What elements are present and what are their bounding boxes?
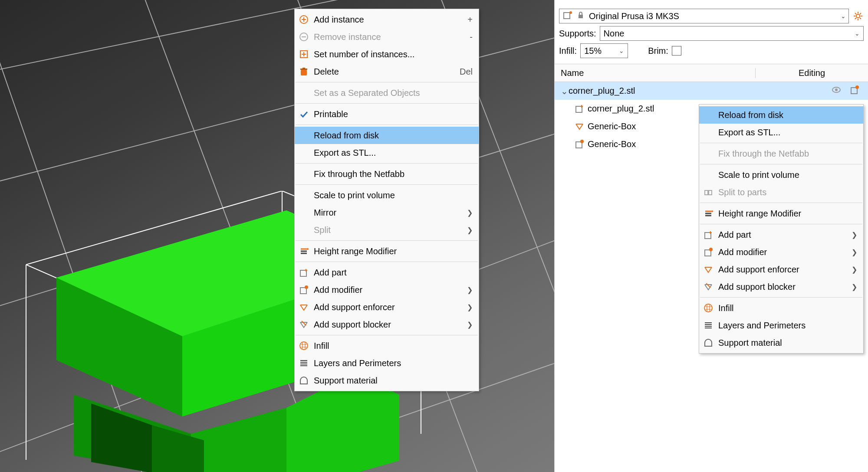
menu-support-material[interactable]: Support material (295, 372, 479, 389)
menu-label: Fix through the Netfabb (718, 149, 857, 159)
modifier-badge-icon (850, 85, 859, 97)
menu-add-instance[interactable]: Add instance + (295, 11, 479, 28)
menu-label: Split to parts (718, 187, 857, 197)
menu-separator (296, 125, 478, 125)
infill-label: Infill: (559, 46, 577, 56)
infill-select[interactable]: 15% ⌄ (580, 43, 628, 58)
menu-add-modifier[interactable]: Add modifier ❯ (295, 281, 479, 298)
menu-add-part[interactable]: Add part (295, 264, 479, 281)
brim-label: Brim: (648, 46, 668, 56)
menu-separator (700, 203, 862, 203)
menu-label: Add instance (314, 15, 450, 25)
split-icon (703, 187, 714, 198)
svg-line-54 (538, 0, 554, 472)
menu-label: Add support enforcer (314, 302, 450, 312)
supports-value: None (604, 29, 625, 39)
menu-add-support-enforcer[interactable]: Add support enforcer ❯ (295, 298, 479, 316)
add-modifier-icon (703, 246, 714, 258)
menu-fix-netfabb[interactable]: Fix through the Netfabb (295, 165, 479, 183)
menu-infill[interactable]: Infill (699, 299, 863, 317)
submenu-arrow-icon: ❯ (852, 266, 857, 274)
menu-add-support-blocker[interactable]: Add support blocker ❯ (295, 316, 479, 333)
menu-separator (296, 335, 478, 335)
minus-circle-icon (298, 31, 309, 43)
chevron-down-icon: ⌄ (841, 13, 846, 20)
menu-reload-from-disk[interactable]: Reload from disk (295, 127, 479, 144)
support-blocker-icon (703, 281, 714, 292)
tree-item-label: corner_plug_2.stl (569, 86, 635, 96)
menu-label: Printable (314, 109, 473, 119)
menu-split-to-parts: Split to parts (699, 184, 863, 201)
menu-label: Mirror (314, 208, 450, 218)
menu-label: Add part (718, 230, 834, 240)
add-part-icon (298, 267, 309, 278)
menu-label: Infill (718, 303, 857, 313)
printer-selected-value: Original Prusa i3 MK3S (589, 11, 679, 21)
preset-icon (563, 10, 572, 22)
add-modifier-icon (298, 284, 309, 295)
collapse-caret-icon[interactable]: ⌄ (560, 86, 569, 96)
visibility-icon[interactable] (832, 85, 841, 97)
infill-value: 15% (584, 46, 602, 56)
menu-separator (700, 297, 862, 298)
menu-label: Export as STL... (314, 148, 473, 158)
menu-label: Add modifier (718, 247, 834, 257)
menu-separator (296, 184, 478, 185)
menu-label: Split (314, 225, 450, 235)
supports-select[interactable]: None ⌄ (600, 26, 864, 41)
menu-label: Export as STL... (718, 128, 857, 138)
menu-label: Add part (314, 268, 473, 278)
check-icon (298, 108, 309, 120)
menu-height-range-modifier[interactable]: Height range Modifier (295, 243, 479, 260)
menu-label: Scale to print volume (718, 170, 857, 180)
menu-scale-to-volume[interactable]: Scale to print volume (295, 187, 479, 204)
menu-label: Add modifier (314, 285, 450, 295)
menu-height-range-modifier[interactable]: Height range Modifier (699, 205, 863, 222)
tree-item-label: Generic-Box (588, 139, 636, 149)
tree-context-menu: Reload from disk Export as STL... Fix th… (699, 104, 864, 354)
menu-label: Height range Modifier (718, 209, 857, 219)
menu-remove-instance: Remove instance - (295, 28, 479, 46)
support-material-icon (298, 375, 309, 386)
menu-label: Remove instance (314, 32, 452, 42)
menu-separator (296, 103, 478, 104)
layers-icon (298, 357, 309, 369)
menu-add-support-blocker[interactable]: Add support blocker ❯ (699, 278, 863, 295)
layers-icon (703, 320, 714, 331)
menu-label: Reload from disk (314, 131, 473, 141)
menu-add-support-enforcer[interactable]: Add support enforcer ❯ (699, 261, 863, 278)
menu-add-modifier[interactable]: Add modifier ❯ (699, 243, 863, 261)
menu-set-instances[interactable]: Set number of instances... (295, 46, 479, 63)
menu-support-material[interactable]: Support material (699, 334, 863, 351)
support-enforcer-icon (298, 302, 309, 313)
menu-infill[interactable]: Infill (295, 337, 479, 354)
menu-add-part[interactable]: Add part ❯ (699, 226, 863, 243)
modifier-icon (575, 139, 585, 150)
menu-export-stl[interactable]: Export as STL... (699, 124, 863, 141)
menu-reload-from-disk[interactable]: Reload from disk (699, 106, 863, 124)
brim-checkbox[interactable] (672, 46, 681, 56)
menu-scale-to-volume[interactable]: Scale to print volume (699, 166, 863, 184)
object-context-menu: Add instance + Remove instance - Set num… (294, 9, 479, 391)
height-modifier-icon (703, 208, 714, 219)
menu-delete[interactable]: Delete Del (295, 63, 479, 80)
menu-printable[interactable]: Printable (295, 105, 479, 123)
submenu-arrow-icon: ❯ (467, 303, 473, 311)
submenu-arrow-icon: ❯ (852, 248, 857, 256)
printer-settings-button[interactable] (852, 10, 864, 22)
menu-label: Infill (314, 341, 473, 351)
menu-separator (296, 240, 478, 241)
menu-export-stl[interactable]: Export as STL... (295, 144, 479, 161)
infill-icon (703, 302, 714, 314)
tree-row-root[interactable]: ⌄ corner_plug_2.stl (555, 82, 868, 100)
gear-icon (853, 11, 863, 21)
menu-layers-perimeters[interactable]: Layers and Perimeters (295, 354, 479, 372)
menu-label: Support material (314, 376, 473, 386)
column-name-header: Name (555, 68, 755, 78)
menu-layers-perimeters[interactable]: Layers and Perimeters (699, 317, 863, 334)
menu-mirror[interactable]: Mirror ❯ (295, 204, 479, 221)
shortcut: - (470, 32, 473, 42)
printer-select[interactable]: Original Prusa i3 MK3S ⌄ (559, 9, 849, 23)
menu-set-separated: Set as a Separated Objects (295, 84, 479, 102)
support-enforcer-icon (575, 121, 585, 132)
